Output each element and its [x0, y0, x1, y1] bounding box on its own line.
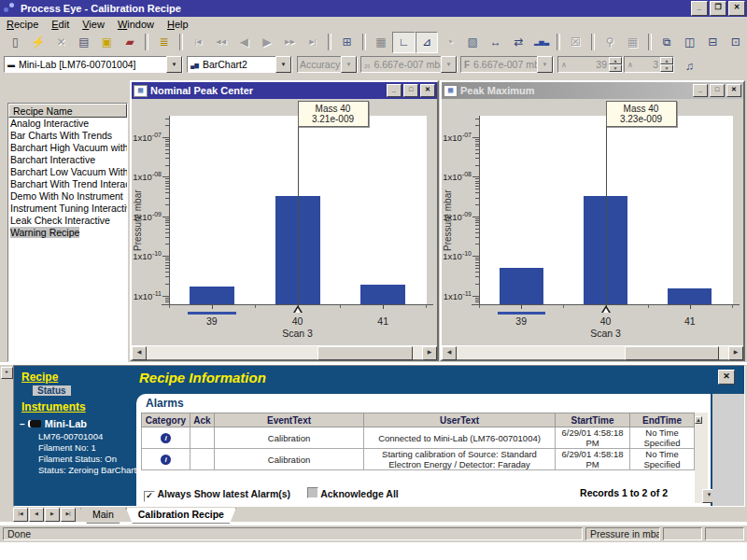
axes-full-button[interactable]: ⊿: [416, 32, 439, 53]
chart-window-titlebar[interactable]: ▦ Peak Maximum _ □ ✕: [442, 82, 743, 99]
recipe-list-item[interactable]: Demo With No Instrument: [8, 190, 127, 203]
arrange-windows-button[interactable]: ⊡: [725, 32, 747, 53]
log-scroll-button[interactable]: ≣: [152, 32, 176, 53]
lock-button[interactable]: ▣: [95, 32, 119, 53]
secondary-spinner[interactable]: ∧ 3 ▲▼: [624, 56, 674, 73]
spin-down-button[interactable]: ▼: [660, 64, 673, 72]
run-recipe-button[interactable]: ⚡: [27, 32, 50, 53]
sidebar-link-recipe[interactable]: Recipe: [21, 371, 58, 384]
scroll-left-button[interactable]: ◀: [442, 346, 457, 360]
scrollbar-thumb[interactable]: [625, 346, 719, 360]
scrollbar-track[interactable]: [457, 346, 728, 359]
scrollbar-track[interactable]: [147, 346, 422, 359]
tab-first-button[interactable]: |◀: [13, 508, 28, 522]
tab-last-button[interactable]: ▶|: [61, 508, 76, 522]
tab-next-button[interactable]: ▶: [45, 508, 60, 522]
spin-down-button[interactable]: ▼: [609, 64, 622, 72]
axes-left-button[interactable]: ∟: [392, 32, 416, 53]
area-chart-button[interactable]: ▂▅▃: [530, 32, 554, 53]
mass-spinner[interactable]: ∧ 39 ▲▼: [557, 56, 623, 73]
maximize-button[interactable]: ❐: [710, 1, 726, 16]
chart-h-scrollbar[interactable]: ◀ ▶: [442, 345, 743, 359]
scan-cursor-marker[interactable]: [293, 305, 303, 313]
full-scale-combo[interactable]: F 6.667e-007 mbar ▼: [460, 56, 554, 73]
close-icon[interactable]: ✕: [718, 370, 735, 385]
recipe-list-item[interactable]: Leak Check Interactive: [8, 215, 127, 227]
menu-item-recipe[interactable]: Recipe: [0, 18, 45, 31]
scroll-left-button[interactable]: ◀: [132, 346, 147, 360]
menu-item-view[interactable]: View: [76, 18, 111, 31]
instrument-tree-node[interactable]: − Mini-Lab: [20, 418, 87, 429]
dropdown-arrow-icon: ▼: [537, 56, 553, 73]
scrollbar-thumb[interactable]: [317, 346, 413, 360]
acknowledge-all-checkbox[interactable]: [307, 487, 318, 498]
alarms-column-header[interactable]: EventText: [215, 413, 364, 427]
pressure-range-combo[interactable]: ₂₀ 6.667e-007 mbar ▼: [360, 56, 458, 73]
splitter-collapse-button[interactable]: ▸: [1, 367, 13, 379]
scan-cursor-marker[interactable]: [601, 305, 611, 313]
scroll-up-button[interactable]: ▲: [695, 416, 702, 424]
recipe-list-item[interactable]: Analog Interactive: [8, 118, 127, 130]
maximize-button[interactable]: □: [710, 84, 725, 97]
spin-up-button[interactable]: ▲: [609, 57, 622, 64]
minimize-button[interactable]: _: [693, 84, 708, 97]
recipe-list-item[interactable]: Barchart High Vacuum with ...: [8, 142, 127, 154]
alarms-column-header[interactable]: StartTime: [556, 413, 630, 427]
alarms-column-header[interactable]: UserText: [364, 413, 556, 427]
sidebar-status-chip[interactable]: Status: [33, 385, 71, 396]
properties-button[interactable]: ⊞: [335, 32, 359, 53]
dropdown-arrow-icon[interactable]: ▼: [166, 56, 182, 73]
annotation-notes-button[interactable]: ♫: [678, 55, 701, 77]
minimize-button[interactable]: _: [691, 1, 708, 16]
tile-horizontal-button[interactable]: ⊟: [701, 32, 725, 53]
cascade-windows-button[interactable]: ⧉: [655, 32, 679, 53]
recipe-list-item[interactable]: Bar Charts With Trends: [8, 130, 127, 142]
tab-calibration-recipe[interactable]: Calibration Recipe: [126, 508, 236, 524]
tile-vertical-button[interactable]: ◫: [678, 32, 701, 53]
alarms-column-header[interactable]: Ack: [190, 413, 215, 427]
recipe-list: Analog InteractiveBar Charts With Trends…: [8, 118, 127, 239]
alarm-row[interactable]: iCalibrationConnected to Mini-Lab (LM76-…: [142, 427, 695, 449]
recipe-list-item[interactable]: Barchart Interactive: [8, 154, 127, 166]
close-button[interactable]: ✕: [728, 1, 745, 16]
recipe-list-item[interactable]: Barchart Low Vacuum With ...: [8, 166, 127, 178]
close-button[interactable]: ✕: [726, 84, 741, 97]
alarm-row[interactable]: iCalibrationStarting calibration of Sour…: [142, 449, 695, 470]
recipe-list-item[interactable]: Barchart With Trend Interact...: [8, 178, 127, 190]
menu-item-help[interactable]: Help: [161, 18, 195, 31]
chart-window-titlebar[interactable]: ▦ Nominal Peak Center _ □ ✕: [132, 82, 437, 99]
new-recipe-button[interactable]: ▯: [4, 32, 27, 53]
accuracy-combo[interactable]: Accuracy 8 ▼: [297, 56, 358, 73]
alarms-column-header[interactable]: EndTime: [630, 413, 695, 427]
dropdown-arrow-icon[interactable]: ▼: [275, 56, 291, 73]
sidebar-link-instruments[interactable]: Instruments: [21, 400, 86, 413]
y-minor-tick: [165, 178, 169, 179]
menu-item-window[interactable]: Window: [111, 18, 161, 31]
instrument-combo[interactable]: ▬ Mini-Lab [LM76-00701004] ▼: [4, 56, 183, 73]
chart-combo[interactable]: ▄▆ BarChart2 ▼: [187, 56, 292, 73]
always-show-checkbox[interactable]: ✓: [144, 491, 155, 502]
recipe-list-header[interactable]: Recipe Name: [8, 104, 127, 118]
help-book-button[interactable]: ▰: [119, 32, 142, 53]
recipe-list-item[interactable]: Warning Recipe: [8, 227, 127, 239]
chart-h-scrollbar[interactable]: ◀ ▶: [132, 345, 437, 359]
report-button[interactable]: ▧: [461, 32, 485, 53]
alarms-column-header[interactable]: Category: [142, 413, 190, 427]
scale-button[interactable]: ↔: [485, 32, 508, 53]
tab-main[interactable]: Main: [80, 508, 126, 524]
grid-button[interactable]: ▦: [370, 32, 393, 53]
print-button[interactable]: ▤: [73, 32, 96, 53]
recipe-list-item[interactable]: Instrument Tuning Interactive: [8, 203, 127, 215]
menu-item-edit[interactable]: Edit: [45, 18, 76, 31]
tab-prev-button[interactable]: ◀: [29, 508, 44, 522]
tree-collapse-icon[interactable]: −: [20, 419, 25, 429]
y-minor-tick: [475, 301, 479, 302]
scroll-right-button[interactable]: ▶: [728, 346, 743, 360]
swap-axes-button[interactable]: ⇄: [507, 32, 530, 53]
scroll-right-button[interactable]: ▶: [422, 346, 437, 360]
spin-up-button[interactable]: ▲: [660, 57, 673, 64]
minimize-button[interactable]: _: [387, 84, 402, 97]
close-button[interactable]: ✕: [420, 84, 435, 97]
maximize-button[interactable]: □: [403, 84, 418, 97]
toolbar-separator: [557, 34, 560, 50]
